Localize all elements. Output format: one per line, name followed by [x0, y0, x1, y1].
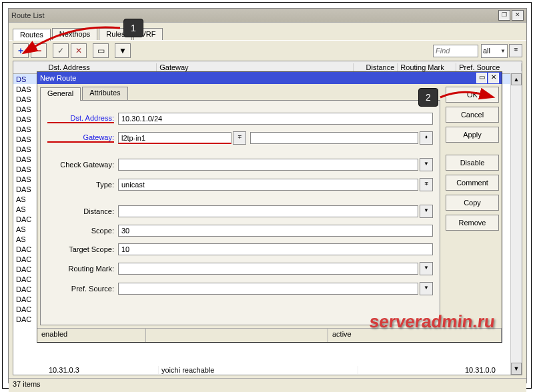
annotation-arrow-2 [437, 85, 490, 105]
new-route-title: New Route [40, 74, 76, 82]
filter-all-select[interactable]: all ▼ [481, 44, 508, 58]
pref-source-input[interactable] [118, 283, 418, 295]
label-routing-mark: Routing Mark: [47, 265, 114, 273]
new-route-tabs: General Attributes [40, 87, 440, 100]
scrollbar-vertical[interactable]: ▲ ▼ [510, 73, 522, 375]
label-type: Type: [47, 181, 114, 189]
label-dst-address[interactable]: Dst. Address: [47, 114, 114, 123]
label-check-gateway: Check Gateway: [47, 161, 114, 169]
check-gateway-dropdown-icon[interactable]: ▼ [420, 158, 433, 171]
label-scope: Scope: [47, 227, 114, 235]
label-target-scope: Target Scope: [47, 245, 114, 253]
col-distance[interactable]: Distance [354, 63, 398, 71]
annotation-badge-1: 1 [123, 19, 143, 37]
scroll-up-icon[interactable]: ▲ [511, 73, 522, 85]
cancel-button[interactable]: Cancel [446, 107, 499, 123]
label-gateway[interactable]: Gateway: [47, 133, 114, 143]
close-button[interactable]: ✕ [512, 10, 524, 21]
annotation-badge-2: 2 [418, 88, 438, 107]
new-route-dialog: New Route ▭ ✕ General Attributes Dst. Ad… [37, 71, 502, 343]
apply-button[interactable]: Apply [446, 127, 499, 143]
status-item-count: 37 items [13, 380, 41, 388]
distance-input[interactable] [118, 205, 418, 217]
gateway-more-icon[interactable]: ♦ [420, 131, 433, 145]
distance-toggle-icon[interactable]: ▼ [420, 205, 433, 218]
route-list-status: 37 items [9, 378, 526, 392]
scope-input[interactable] [118, 225, 433, 237]
dialog-buttons: OK Cancel Apply Disable Comment Copy Rem… [446, 87, 499, 325]
col-dst-address[interactable]: Dst. Address [45, 63, 157, 71]
gateway-input[interactable] [118, 132, 231, 144]
general-panel: Dst. Address: Gateway: ∓ ♦ Check Gateway… [40, 100, 440, 325]
route-list-title: Route List [11, 11, 45, 19]
gateway-dropdown-icon[interactable]: ∓ [233, 131, 246, 145]
filter-all-label: all [483, 47, 490, 55]
row-ps: 10.31.0.0 [465, 366, 496, 374]
row-dst: 10.31.0.3 [49, 366, 79, 374]
chevron-down-icon: ▼ [500, 48, 506, 54]
label-distance: Distance: [47, 207, 114, 215]
pref-source-dropdown-icon[interactable]: ▼ [420, 282, 433, 295]
new-route-statusbar: enabled active [37, 328, 502, 342]
copy-button[interactable]: Copy [446, 195, 499, 211]
restore-button[interactable]: ❐ [498, 10, 510, 21]
status-empty [146, 329, 328, 342]
close-icon[interactable]: ✕ [488, 73, 499, 83]
dock-button[interactable]: ▭ [476, 73, 487, 83]
filter-next-button[interactable]: ∓ [509, 44, 522, 57]
remove-button[interactable]: Remove [446, 215, 499, 231]
routing-mark-input[interactable] [118, 263, 418, 275]
col-pref-source[interactable]: Pref. Source [456, 63, 522, 71]
scroll-down-icon[interactable]: ▼ [511, 363, 522, 375]
table-row[interactable]: 10.31.0.3 yoichi reachable 10.31.0.0 [13, 365, 522, 375]
tab-general[interactable]: General [40, 87, 81, 101]
col-routing-mark[interactable]: Routing Mark [398, 63, 456, 71]
status-enabled: enabled [37, 329, 146, 342]
row-gw: yoichi reachable [161, 366, 215, 374]
annotation-arrow-1 [20, 20, 127, 60]
dst-address-input[interactable] [118, 113, 433, 125]
gateway-status-input[interactable] [250, 132, 418, 144]
new-route-titlebar: New Route ▭ ✕ [37, 72, 502, 84]
col-gateway[interactable]: Gateway [157, 63, 354, 71]
type-dropdown-icon[interactable]: ∓ [420, 178, 433, 191]
routing-mark-dropdown-icon[interactable]: ▼ [420, 262, 433, 275]
comment-button[interactable]: Comment [446, 175, 499, 191]
check-gateway-input[interactable] [118, 159, 418, 171]
label-pref-source: Pref. Source: [47, 285, 114, 293]
disable-button[interactable]: Disable [446, 155, 499, 171]
type-input[interactable] [118, 179, 418, 191]
status-active: active [328, 329, 502, 342]
find-input[interactable] [433, 45, 478, 57]
tab-attributes[interactable]: Attributes [82, 87, 127, 100]
target-scope-input[interactable] [118, 243, 433, 255]
